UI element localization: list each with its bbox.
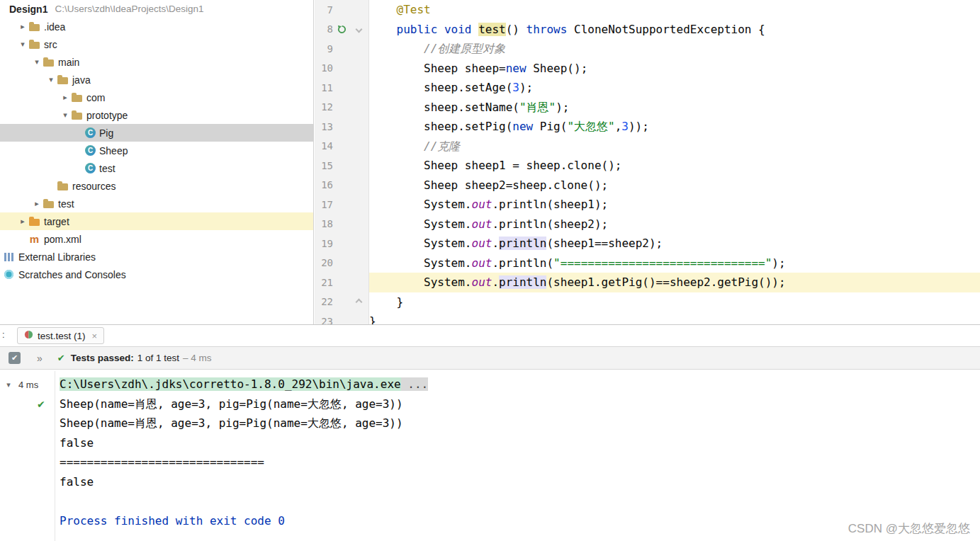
gutter: 15	[315, 156, 369, 176]
folder-icon	[28, 39, 40, 50]
editor-line-7[interactable]: 7 @Test	[315, 0, 980, 20]
tree-item-test[interactable]: Ctest	[0, 159, 313, 177]
tree-item-sheep[interactable]: CSheep	[0, 142, 313, 159]
editor-line-22[interactable]: 22 }	[315, 292, 980, 312]
tree-item-test[interactable]: ▸test	[0, 195, 313, 212]
chevron-collapsed-icon[interactable]: ▸	[17, 22, 28, 31]
chevron-collapsed-icon[interactable]: ▸	[31, 199, 43, 208]
editor-line-14[interactable]: 14 //克隆	[315, 137, 980, 156]
test-tree-node[interactable]: ✔	[0, 394, 55, 414]
code-text[interactable]: @Test	[369, 0, 980, 20]
run-toolbar: ✔ » ✔ Tests passed: 1 of 1 test – 4 ms	[0, 346, 980, 370]
tree-item-label: com	[86, 92, 105, 103]
editor-line-23[interactable]: 23}	[315, 312, 980, 324]
folder-icon	[71, 110, 83, 121]
tree-item-label: java	[72, 74, 91, 86]
editor-line-11[interactable]: 11 sheep.setAge(3);	[315, 78, 980, 98]
chevron-expanded-icon[interactable]: ▾	[45, 75, 57, 84]
code-text[interactable]: System.out.println(sheep1==sheep2);	[369, 234, 980, 254]
code-text[interactable]: sheep.setPig(new Pig("大忽悠",3));	[369, 117, 980, 137]
show-passed-filter-icon[interactable]: ✔	[9, 352, 21, 364]
console-line	[60, 491, 980, 511]
run-tab[interactable]: test.test (1) ×	[17, 327, 104, 344]
gutter: 18	[315, 215, 369, 234]
test-duration: 4 ms	[18, 380, 38, 390]
junit-config-icon	[24, 330, 33, 341]
chevron-collapsed-icon[interactable]: ▸	[17, 217, 28, 226]
test-tree-root[interactable]: ▾ 4 ms	[0, 375, 55, 394]
close-icon[interactable]: ×	[92, 331, 98, 341]
code-text[interactable]: Sheep sheep=new Sheep();	[369, 59, 980, 79]
fold-down-icon[interactable]	[350, 27, 367, 32]
tree-item-src[interactable]: ▾src	[0, 35, 313, 53]
more-actions-icon[interactable]: »	[37, 353, 43, 364]
editor-line-16[interactable]: 16 Sheep sheep2=sheep.clone();	[315, 176, 980, 195]
tree-item-label: test	[99, 163, 116, 174]
code-text[interactable]: System.out.println(sheep1.getPig()==shee…	[369, 273, 980, 292]
code-text[interactable]: //创建原型对象	[369, 39, 980, 59]
class-icon: C	[85, 127, 96, 138]
gutter: 8	[315, 20, 369, 40]
code-text[interactable]: System.out.println(sheep2);	[369, 215, 980, 234]
code-text[interactable]: public void test() throws CloneNotSuppor…	[369, 20, 980, 40]
fold-up-icon[interactable]	[350, 300, 367, 304]
chevron-expanded-icon[interactable]: ▾	[60, 110, 71, 120]
editor-line-17[interactable]: 17 System.out.println(sheep1);	[315, 195, 980, 215]
tree-item-scratches-and-consoles[interactable]: Scratches and Consoles	[0, 266, 313, 283]
folder-icon	[57, 74, 69, 86]
run-test-icon[interactable]	[333, 25, 350, 34]
tree-item-java[interactable]: ▾java	[0, 71, 313, 89]
editor-line-19[interactable]: 19 System.out.println(sheep1==sheep2);	[315, 234, 980, 254]
editor-line-12[interactable]: 12 sheep.setName("肖恩");	[315, 98, 980, 118]
editor-line-8[interactable]: 8 public void test() throws CloneNotSupp…	[315, 20, 980, 40]
code-text[interactable]: System.out.println(sheep1);	[369, 195, 980, 215]
tests-passed-icon: ✔	[57, 353, 65, 363]
tree-item-prototype[interactable]: ▾prototype	[0, 106, 313, 124]
code-text[interactable]: Sheep sheep2=sheep.clone();	[369, 176, 980, 195]
editor-lines: 7 @Test8 public void test() throws Clone…	[315, 0, 980, 324]
chevron-expanded-icon[interactable]: ▾	[3, 380, 14, 389]
code-text[interactable]: System.out.println("====================…	[369, 254, 980, 273]
run-panel: : test.test (1) × ✔ » ✔ Tests passed: 1 …	[0, 324, 980, 541]
editor-line-15[interactable]: 15 Sheep sheep1 = sheep.clone();	[315, 156, 980, 176]
code-text[interactable]: //克隆	[369, 137, 980, 156]
gutter: 23	[315, 312, 369, 324]
chevron-expanded-icon[interactable]: ▾	[17, 40, 28, 49]
gutter: 10	[315, 59, 369, 79]
class-icon: C	[85, 163, 96, 173]
run-body: ▾ 4 ms ✔ C:\Users\zdh\.jdks\corretto-1.8…	[0, 371, 980, 541]
chevron-collapsed-icon[interactable]: ▸	[60, 93, 71, 102]
editor-line-13[interactable]: 13 sheep.setPig(new Pig("大忽悠",3));	[315, 117, 980, 137]
line-number: 19	[315, 238, 333, 249]
tree-item--idea[interactable]: ▸.idea	[0, 18, 313, 35]
line-number: 23	[315, 316, 333, 324]
project-root-row[interactable]: Design1 C:\Users\zdh\IdeaProjects\Design…	[0, 0, 313, 18]
console-output[interactable]: C:\Users\zdh\.jdks\corretto-1.8.0_292\bi…	[55, 371, 980, 541]
console-line: Process finished with exit code 0	[60, 511, 980, 531]
run-tab-row: : test.test (1) ×	[0, 325, 980, 346]
code-text[interactable]: Sheep sheep1 = sheep.clone();	[369, 156, 980, 176]
gutter: 17	[315, 195, 369, 215]
editor-line-10[interactable]: 10 Sheep sheep=new Sheep();	[315, 59, 980, 79]
code-text[interactable]: sheep.setAge(3);	[369, 78, 980, 98]
tree-item-main[interactable]: ▾main	[0, 53, 313, 71]
gutter: 21	[315, 273, 369, 292]
code-text[interactable]: }	[369, 312, 980, 324]
editor-line-20[interactable]: 20 System.out.println("=================…	[315, 254, 980, 273]
gutter: 7	[315, 0, 369, 20]
editor-panel[interactable]: 7 @Test8 public void test() throws Clone…	[315, 0, 980, 324]
tree-item-external-libraries[interactable]: External Libraries	[0, 248, 313, 266]
tree-item-com[interactable]: ▸com	[0, 89, 313, 106]
code-text[interactable]: sheep.setName("肖恩");	[369, 98, 980, 118]
tree-item-resources[interactable]: resources	[0, 177, 313, 195]
tree-item-pom-xml[interactable]: mpom.xml	[0, 230, 313, 248]
code-text[interactable]: }	[369, 292, 980, 312]
line-number: 9	[315, 43, 333, 55]
chevron-expanded-icon[interactable]: ▾	[31, 57, 43, 67]
tree-item-pig[interactable]: CPig	[0, 124, 313, 142]
editor-line-18[interactable]: 18 System.out.println(sheep2);	[315, 215, 980, 234]
editor-line-9[interactable]: 9 //创建原型对象	[315, 39, 980, 59]
tree-item-target[interactable]: ▸target	[0, 212, 313, 230]
editor-line-21[interactable]: 21 System.out.println(sheep1.getPig()==s…	[315, 273, 980, 292]
tests-passed-label: Tests passed:	[71, 353, 134, 363]
